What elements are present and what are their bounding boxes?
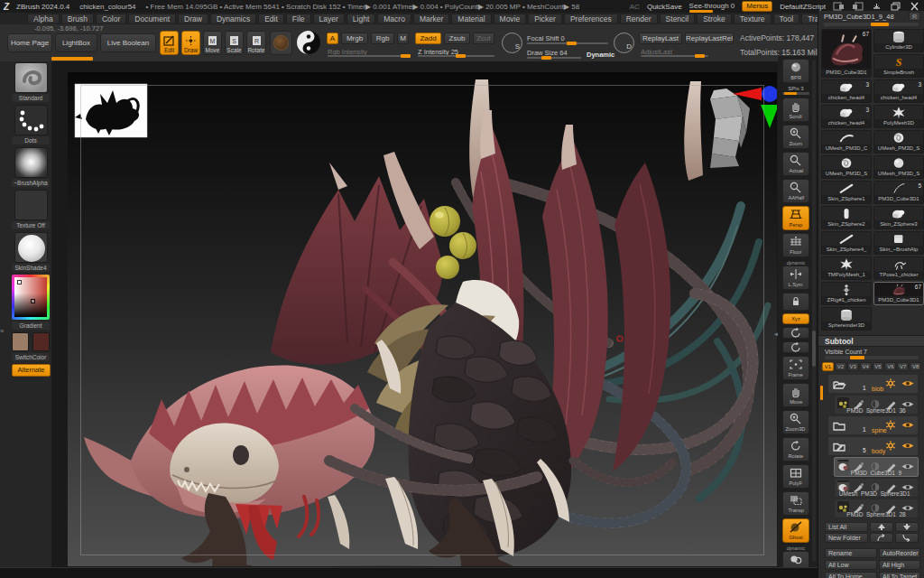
live-boolean-button[interactable]: Live Boolean (100, 33, 156, 52)
rgb-intensity-track[interactable] (328, 55, 411, 57)
adjust-last-nub[interactable] (695, 54, 705, 58)
tool-header-slider[interactable] (824, 23, 919, 26)
subtool-folder-spine[interactable]: 1 spine (827, 415, 919, 435)
tool-slot-1[interactable]: Cylinder3D (873, 29, 924, 52)
tool-slot-20[interactable]: PM3D_Cube3D167 (873, 282, 924, 305)
m-toggle[interactable]: M (397, 33, 409, 44)
draw-size-track[interactable] (527, 57, 581, 59)
tool-slot-8[interactable]: UMesh_PM3D_S (873, 130, 924, 154)
shelf-button-zoom3d[interactable]: Zoom3D (782, 410, 809, 434)
draw-size-nub[interactable] (541, 56, 551, 60)
shelf-button-spix[interactable]: SPix 3 (782, 86, 809, 95)
subtool-section-header[interactable]: Subtool (818, 335, 924, 347)
tool-slot-12[interactable]: PM3D_Cube3D15 (873, 181, 924, 204)
shelf-button-rotate-y[interactable] (782, 327, 809, 339)
tool-slot-17[interactable]: TMPolyMesh_1 (821, 256, 872, 280)
subtool-tab-v2[interactable]: V2 (835, 362, 846, 371)
replay-last-button[interactable]: ReplayLast (639, 33, 682, 44)
menu-material[interactable]: Material (451, 14, 491, 24)
menu-render[interactable]: Render (620, 14, 658, 24)
all-high-button[interactable]: All High (879, 560, 920, 570)
folder-gear-icon[interactable] (883, 439, 898, 455)
tool-slot-19[interactable]: ZRig#1_chicken (821, 282, 872, 305)
move-into-folder-button[interactable] (895, 533, 919, 543)
shelf-button-bpr[interactable]: BPR (782, 59, 809, 83)
zcut-toggle[interactable]: Zcut (473, 33, 494, 44)
active-brush-preview[interactable] (270, 31, 292, 55)
shelf-button-polyframe[interactable]: PolyF (782, 464, 809, 489)
menu-alpha[interactable]: Alpha (27, 14, 60, 24)
list-all-button[interactable]: List All (825, 522, 868, 532)
lightbox-button[interactable]: LightBox (55, 33, 97, 52)
subtool-tab-v8[interactable]: V8 (910, 362, 921, 371)
subtool-folder-body[interactable]: 5 body (827, 436, 919, 456)
minimize-button[interactable] (871, 2, 882, 11)
tool-slot-6[interactable]: PolyMesh3D (873, 105, 924, 128)
shelf-button-xyz[interactable]: Xyz (782, 313, 809, 324)
shelf-button-persp[interactable]: Persp (782, 206, 809, 230)
edit-mode-button[interactable]: Edit (160, 31, 179, 55)
rename-button[interactable]: Rename (825, 548, 877, 558)
switchcolor-button[interactable]: SwitchColor (12, 353, 50, 361)
autoreorder-button[interactable]: AutoReorder (879, 548, 920, 558)
move-mode-button[interactable]: M Move (203, 31, 222, 55)
primary-color-swatch[interactable] (12, 332, 29, 351)
shelf-button-rotate-z[interactable] (782, 341, 809, 353)
subtool-item-PM3D_Sphere3D1_36[interactable]: PM3D_Sphere3D1_36 (834, 395, 919, 415)
scale-mode-button[interactable]: S Scale (225, 31, 244, 55)
rotate-mode-button[interactable]: R Rotate (246, 31, 266, 55)
z-intensity-nub[interactable] (456, 54, 466, 58)
bottom-tray[interactable] (0, 567, 818, 578)
see-through-slider[interactable]: See-through 0 (689, 2, 735, 11)
shelf-button-frame[interactable]: Frame (782, 356, 809, 380)
subtool-folder-blob[interactable]: 1 blob (827, 374, 919, 394)
menu-color[interactable]: Color (96, 14, 126, 24)
tool-slot-10[interactable]: UMesh_PM3D_S (873, 155, 924, 179)
shelf-button-scroll[interactable]: Scroll (782, 98, 809, 122)
stroke-indicator[interactable]: S (502, 33, 522, 53)
right-shelf-scrollbar[interactable] (812, 60, 816, 562)
menu-picker[interactable]: Picker (528, 14, 562, 24)
creature-model[interactable] (68, 72, 777, 566)
mrgb-toggle[interactable]: Mrgb (341, 33, 368, 44)
tool-slot-2[interactable]: S SimpleBrush (873, 54, 924, 78)
close-button[interactable] (909, 2, 920, 11)
active-material-preview[interactable] (296, 30, 321, 55)
menu-macro[interactable]: Macro (377, 14, 411, 24)
secondary-color-swatch[interactable] (32, 332, 50, 351)
subtool-item-PM3D_Sphere3D1_28[interactable]: PM3D_Sphere3D1_28 (834, 499, 919, 518)
shelf-button-transp[interactable]: Transp (782, 491, 809, 516)
tool-slot-13[interactable]: Skin_ZSphere2 (821, 206, 872, 229)
subtool-up-button[interactable] (870, 522, 893, 532)
menu-draw[interactable]: Draw (178, 14, 208, 24)
tool-slot-15[interactable]: Skin_ZSphere4_ (821, 231, 872, 255)
menu-marker[interactable]: Marker (413, 14, 449, 24)
restore-button[interactable] (890, 2, 901, 11)
menu-texture[interactable]: Texture (734, 14, 772, 24)
shelf-button-lsym[interactable]: L.Sym (782, 266, 809, 290)
folder-gear-icon[interactable] (883, 418, 898, 434)
all-to-target-button[interactable]: All To Target (879, 572, 920, 578)
tool-slot-9[interactable]: UMesh_PM3D_S (821, 155, 872, 179)
zsub-toggle[interactable]: Zsub (444, 33, 470, 44)
menu-stroke[interactable]: Stroke (697, 14, 732, 24)
home-page-button[interactable]: Home Page (7, 33, 52, 52)
dock-right-icon[interactable] (852, 2, 864, 11)
menu-file[interactable]: File (286, 14, 311, 24)
folder-eye-icon[interactable] (901, 418, 915, 434)
defaultzscript-button[interactable]: DefaultZScript (780, 3, 826, 11)
menu-brush[interactable]: Brush (61, 14, 94, 24)
shelf-button-zoom[interactable]: Zoom (782, 125, 809, 149)
folder-eye-icon[interactable] (901, 439, 915, 455)
menu-document[interactable]: Document (128, 14, 176, 24)
draw-mode-button[interactable]: Draw (181, 31, 200, 55)
menu-light[interactable]: Light (346, 14, 375, 24)
tool-slot-18[interactable]: TPose1_chicker (873, 256, 924, 280)
shelf-button-floor[interactable]: Floor (782, 233, 809, 257)
subtool-tab-v1[interactable]: V1 (822, 362, 834, 371)
quicksave-button[interactable]: QuickSave (647, 3, 682, 11)
new-folder-button[interactable]: New Folder (825, 533, 868, 543)
subtool-tab-v3[interactable]: V3 (847, 362, 859, 371)
subtool-tab-v4[interactable]: V4 (860, 362, 872, 371)
tool-slot-7[interactable]: UMesh_PM3D_C (821, 130, 872, 154)
